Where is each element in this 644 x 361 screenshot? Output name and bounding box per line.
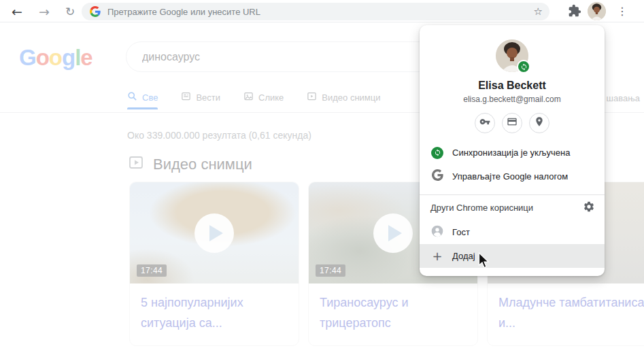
- user-avatar-icon: [588, 12, 606, 20]
- logo-letter: g: [62, 45, 75, 70]
- extensions-button[interactable]: [567, 4, 582, 19]
- tab-videos[interactable]: Видео снимци: [307, 91, 380, 103]
- profile-menu: Elisa Beckett elisa.g.beckett@gmail.com: [420, 25, 605, 276]
- tab-label: Видео снимци: [322, 92, 380, 103]
- play-icon[interactable]: [373, 213, 413, 253]
- logo-letter: o: [36, 45, 49, 70]
- other-users-header: Други Chrome корисници: [430, 203, 533, 213]
- video-icon: [307, 91, 317, 103]
- profile-shortcuts: [420, 113, 605, 133]
- google-g-icon: [90, 6, 101, 17]
- browser-window: ← → ↻ ☆: [0, 0, 644, 361]
- url-input[interactable]: [107, 7, 534, 17]
- sync-status-item[interactable]: Синхронизација је укључена: [420, 141, 605, 165]
- payments-button[interactable]: [502, 113, 522, 133]
- key-icon: [479, 116, 490, 130]
- add-label: Додај: [452, 251, 475, 261]
- manage-profiles-button[interactable]: [583, 201, 595, 215]
- tab-label: Вести: [196, 92, 220, 103]
- plus-icon: +: [432, 249, 442, 263]
- profile-avatar: [496, 39, 528, 72]
- logo-letter: G: [19, 45, 36, 70]
- forward-button[interactable]: →: [34, 1, 54, 22]
- manage-google-account-item[interactable]: Управљајте Google налогом: [420, 165, 605, 188]
- browser-toolbar: ← → ↻ ☆: [0, 0, 644, 22]
- credit-card-icon: [507, 116, 518, 130]
- video-title[interactable]: Младунче тамбатитаниса и...: [498, 292, 644, 333]
- addresses-button[interactable]: [529, 113, 549, 133]
- tab-all[interactable]: Све: [127, 91, 158, 103]
- address-bar[interactable]: ☆: [82, 3, 549, 20]
- guest-profile-item[interactable]: Гост: [420, 220, 605, 244]
- sync-badge-icon: [517, 60, 530, 73]
- tab-images[interactable]: Слике: [243, 91, 284, 103]
- puzzle-icon: [568, 10, 581, 20]
- video-section-icon: [128, 154, 144, 175]
- profile-name: Elisa Beckett: [420, 80, 605, 92]
- gear-icon: [583, 201, 595, 215]
- sync-on-icon: [431, 147, 443, 159]
- logo-letter: e: [80, 45, 92, 70]
- section-title: Видео снимци: [153, 156, 252, 173]
- reload-button[interactable]: ↻: [60, 1, 80, 22]
- play-icon[interactable]: [194, 213, 234, 253]
- guest-label: Гост: [452, 227, 470, 237]
- manage-account-label: Управљајте Google налогом: [452, 171, 568, 182]
- results-tab-bar: Све Вести Слике: [127, 91, 381, 103]
- results-stats: Око 339.000.000 резултата (0,61 секунда): [127, 130, 311, 141]
- video-duration: 17:44: [137, 264, 167, 277]
- back-button[interactable]: ←: [7, 1, 27, 22]
- guest-avatar-icon: [430, 224, 444, 241]
- toolbar-profile-avatar[interactable]: [588, 2, 606, 20]
- news-icon: [181, 91, 191, 103]
- video-duration: 17:44: [316, 264, 345, 277]
- tab-label: Све: [142, 92, 158, 103]
- sync-status-label: Синхронизација је укључена: [452, 148, 570, 158]
- video-card[interactable]: 17:44 5 најпопуларнијих ситуација са...: [129, 182, 299, 346]
- videos-section-header: Видео снимци: [128, 154, 252, 175]
- location-pin-icon: [534, 116, 545, 130]
- add-profile-item[interactable]: + Додај: [420, 244, 605, 268]
- video-thumbnail[interactable]: 17:44: [130, 182, 299, 283]
- tab-label: Слике: [258, 92, 284, 103]
- search-icon: [127, 91, 137, 103]
- passwords-button[interactable]: [475, 113, 495, 133]
- profile-email: elisa.g.beckett@gmail.com: [420, 94, 605, 104]
- chrome-menu-button[interactable]: ⋮: [612, 1, 632, 22]
- video-title[interactable]: Тираносаурус и трицератопс: [320, 292, 467, 333]
- logo-letter: o: [49, 45, 62, 70]
- settings-link-fragment[interactable]: шавања: [607, 93, 640, 103]
- tab-news[interactable]: Вести: [181, 91, 220, 103]
- video-title[interactable]: 5 најпопуларнијих ситуација са...: [141, 292, 288, 333]
- image-icon: [243, 91, 254, 103]
- google-g-gray-icon: [432, 169, 443, 184]
- bookmark-star-icon[interactable]: ☆: [534, 5, 543, 18]
- google-logo: Google: [19, 45, 92, 71]
